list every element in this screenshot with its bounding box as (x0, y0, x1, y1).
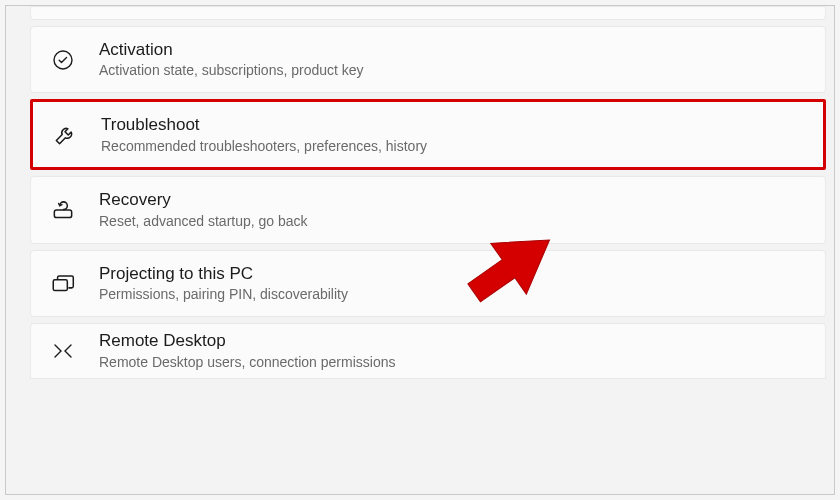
settings-row-prev[interactable] (30, 6, 826, 20)
row-title: Recovery (99, 190, 308, 210)
row-title: Projecting to this PC (99, 264, 348, 284)
row-text: Troubleshoot Recommended troubleshooters… (101, 115, 427, 154)
settings-row-projecting[interactable]: Projecting to this PC Permissions, pairi… (30, 250, 826, 317)
settings-row-recovery[interactable]: Recovery Reset, advanced startup, go bac… (30, 176, 826, 243)
row-text: Remote Desktop Remote Desktop users, con… (99, 331, 395, 370)
remote-desktop-icon (49, 337, 77, 365)
row-subtitle: Reset, advanced startup, go back (99, 213, 308, 230)
row-title: Troubleshoot (101, 115, 427, 135)
row-subtitle: Permissions, pairing PIN, discoverabilit… (99, 286, 348, 303)
settings-row-troubleshoot[interactable]: Troubleshoot Recommended troubleshooters… (30, 99, 826, 170)
settings-list: Activation Activation state, subscriptio… (6, 6, 834, 379)
row-subtitle: Recommended troubleshooters, preferences… (101, 138, 427, 155)
row-text: Projecting to this PC Permissions, pairi… (99, 264, 348, 303)
svg-rect-1 (54, 210, 71, 218)
row-subtitle: Activation state, subscriptions, product… (99, 62, 364, 79)
row-title: Activation (99, 40, 364, 60)
row-title: Remote Desktop (99, 331, 395, 351)
checkmark-circle-icon (49, 46, 77, 74)
settings-row-remote-desktop[interactable]: Remote Desktop Remote Desktop users, con… (30, 323, 826, 379)
recovery-icon (49, 196, 77, 224)
settings-row-activation[interactable]: Activation Activation state, subscriptio… (30, 26, 826, 93)
wrench-icon (51, 121, 79, 149)
row-subtitle: Remote Desktop users, connection permiss… (99, 354, 395, 371)
svg-rect-2 (53, 280, 67, 291)
project-icon (49, 269, 77, 297)
settings-panel: Activation Activation state, subscriptio… (5, 5, 835, 495)
row-text: Activation Activation state, subscriptio… (99, 40, 364, 79)
svg-point-0 (54, 51, 72, 69)
row-text: Recovery Reset, advanced startup, go bac… (99, 190, 308, 229)
